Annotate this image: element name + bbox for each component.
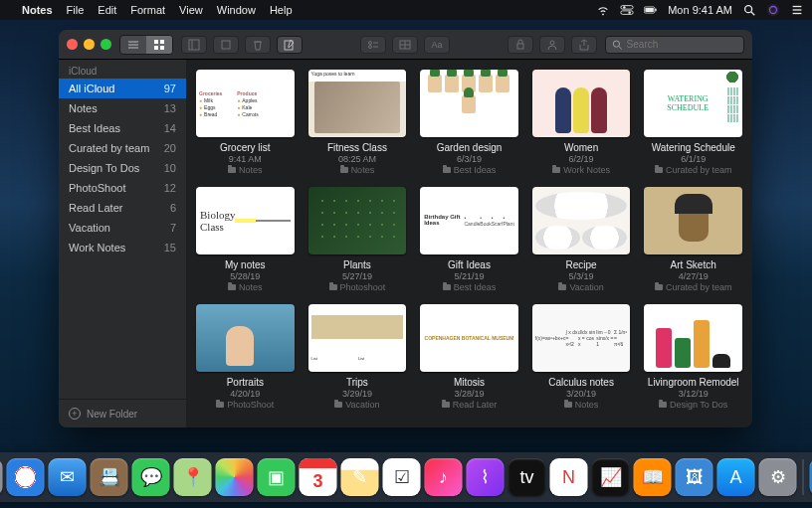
note-title: Trips: [308, 377, 407, 388]
new-folder-button[interactable]: + New Folder: [59, 399, 186, 427]
attachments-button[interactable]: [213, 36, 239, 54]
search-input[interactable]: [627, 39, 737, 50]
sidebar-item-curated-by-team[interactable]: Curated by team20: [59, 138, 186, 158]
note-card[interactable]: Biology ClassMy notes5/28/19Notes: [196, 187, 295, 292]
sidebar: iCloud All iCloud97Notes13Best Ideas14Cu…: [59, 60, 186, 427]
spotlight-icon[interactable]: [742, 3, 756, 17]
table-button[interactable]: [392, 36, 418, 54]
share-button[interactable]: [571, 36, 597, 54]
dock-facetime[interactable]: ▣: [258, 458, 296, 496]
dock: ☺⊞✉📇💬📍▣3✎☑♪⌇tvN📈📖🖼A⚙⬇🗑: [0, 452, 812, 502]
note-card[interactable]: Garden design6/3/19Best Ideas: [420, 70, 518, 175]
sidebar-toggle-button[interactable]: [181, 36, 207, 54]
svg-rect-19: [154, 46, 158, 50]
note-title: Calculus notes: [532, 377, 631, 388]
menu-view[interactable]: View: [179, 4, 203, 16]
collaborate-button[interactable]: [539, 36, 565, 54]
note-date: 5/21/19: [454, 271, 484, 281]
dock-podcasts[interactable]: ⌇: [467, 458, 505, 496]
sidebar-item-design-to-dos[interactable]: Design To Dos10: [59, 158, 186, 178]
sidebar-item-vacation[interactable]: Vacation7: [59, 218, 186, 238]
search-field[interactable]: [605, 36, 744, 54]
note-card[interactable]: Portraits4/20/19PhotoShoot: [196, 304, 295, 410]
dock-sysprefs[interactable]: ⚙: [759, 458, 797, 496]
dock-maps[interactable]: 📍: [174, 458, 212, 496]
dock-photos[interactable]: [216, 458, 254, 496]
control-center-icon[interactable]: [620, 3, 634, 17]
fullscreen-button[interactable]: [101, 39, 111, 50]
note-card[interactable]: ListListTrips3/29/19Vacation: [308, 304, 407, 410]
sidebar-item-best-ideas[interactable]: Best Ideas14: [59, 118, 186, 138]
note-folder: Notes: [340, 165, 375, 175]
list-view-button[interactable]: [120, 36, 146, 54]
wifi-icon[interactable]: [596, 3, 610, 17]
note-thumbnail: WATERING SCHEDULE: [644, 70, 742, 137]
lock-button[interactable]: [508, 36, 533, 54]
dock-appstore[interactable]: A: [717, 458, 755, 496]
note-card[interactable]: Women6/2/19Work Notes: [532, 70, 631, 175]
dock-preview[interactable]: 🖼: [676, 458, 713, 496]
new-note-button[interactable]: [277, 36, 303, 54]
gallery-view-button[interactable]: [146, 36, 172, 54]
minimize-button[interactable]: [84, 39, 95, 50]
sidebar-item-work-notes[interactable]: Work Notes15: [59, 238, 186, 257]
note-card[interactable]: Art Sketch4/27/19Curated by team: [644, 187, 742, 292]
sidebar-item-photoshoot[interactable]: PhotoShoot12: [59, 178, 186, 198]
dock-notes[interactable]: ✎: [341, 458, 379, 496]
note-card[interactable]: COPENHAGEN BOTANICAL MUSEUMMitosis3/28/1…: [420, 304, 518, 410]
sidebar-item-all-icloud[interactable]: All iCloud97: [59, 79, 186, 98]
dock-stocks[interactable]: 📈: [592, 458, 630, 496]
dock-books[interactable]: 📖: [634, 458, 672, 496]
svg-point-34: [613, 41, 619, 47]
dock-launchpad[interactable]: ⊞: [0, 458, 3, 496]
note-card[interactable]: f(x)=ax²+bx+c∫ x dx = x²/2d/dx sin x = c…: [532, 304, 631, 410]
battery-icon[interactable]: [644, 3, 658, 17]
note-card[interactable]: WATERING SCHEDULEWatering Schedule6/1/19…: [644, 70, 742, 175]
note-folder: Notes: [228, 165, 263, 175]
menu-window[interactable]: Window: [217, 4, 256, 16]
sidebar-item-notes[interactable]: Notes13: [59, 98, 186, 118]
note-thumbnail: [308, 187, 407, 254]
menu-help[interactable]: Help: [270, 4, 293, 16]
dock-tv[interactable]: tv: [508, 458, 546, 496]
note-thumbnail: Yoga poses to learn: [308, 70, 407, 137]
menubar-clock[interactable]: Mon 9:41 AM: [668, 4, 732, 16]
siri-icon[interactable]: [766, 3, 780, 17]
delete-button[interactable]: [245, 36, 271, 54]
dock-news[interactable]: N: [550, 458, 588, 496]
dock-safari[interactable]: [7, 458, 45, 496]
checklist-button[interactable]: [360, 36, 386, 54]
folder-icon: [340, 167, 348, 173]
note-card[interactable]: Yoga poses to learnFitness Class08:25 AM…: [308, 70, 407, 175]
dock-messages[interactable]: 💬: [132, 458, 170, 496]
note-folder: Work Notes: [552, 165, 610, 175]
note-card[interactable]: Livingroom Remodel3/12/19Design To Dos: [644, 304, 742, 410]
menu-edit[interactable]: Edit: [98, 4, 116, 16]
dock-reminders[interactable]: ☑: [383, 458, 421, 496]
dock-mail[interactable]: ✉: [49, 458, 87, 496]
note-date: 9:41 AM: [229, 154, 262, 164]
note-title: My notes: [196, 259, 295, 270]
menu-file[interactable]: File: [67, 4, 85, 16]
sidebar-item-count: 12: [164, 182, 176, 194]
dock-calendar[interactable]: 3: [300, 458, 337, 496]
note-title: Gift Ideas: [420, 259, 518, 270]
format-button[interactable]: Aa: [424, 36, 450, 54]
window-controls: [67, 39, 111, 50]
dock-contacts[interactable]: 📇: [91, 458, 128, 496]
menu-format[interactable]: Format: [130, 4, 165, 16]
menu-app[interactable]: Notes: [22, 4, 53, 16]
sidebar-item-read-later[interactable]: Read Later6: [59, 198, 186, 218]
sidebar-item-count: 10: [164, 162, 176, 174]
note-card[interactable]: Birthday Gift Ideas• Candle• Book• Scarf…: [420, 187, 518, 292]
note-folder: Notes: [228, 282, 263, 292]
close-button[interactable]: [67, 39, 78, 50]
note-card[interactable]: Plants5/27/19Photoshoot: [308, 187, 407, 292]
folder-icon: [655, 284, 663, 290]
note-folder: Design To Dos: [659, 400, 727, 410]
dock-music[interactable]: ♪: [425, 458, 463, 496]
note-card[interactable]: Recipe5/3/19Vacation: [532, 187, 631, 292]
note-card[interactable]: GroceriesMilkEggsBreadProduceApplesKaleC…: [196, 70, 295, 175]
notes-window: Aa iCloud All iCloud97Notes13Best Ideas1…: [59, 30, 752, 427]
notification-center-icon[interactable]: [790, 3, 804, 17]
